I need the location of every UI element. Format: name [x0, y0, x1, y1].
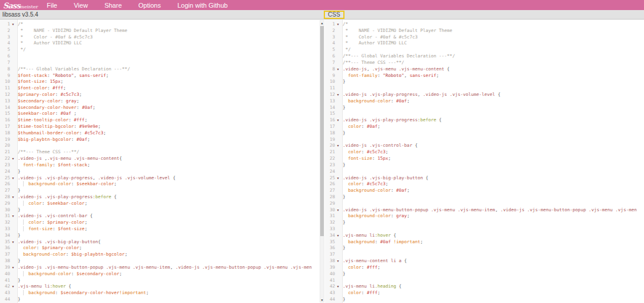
- code-line[interactable]: 26 background-color: $seekbar-color;: [0, 181, 318, 188]
- code-line[interactable]: 31 background-color: gray;: [325, 213, 644, 220]
- code-line[interactable]: 16$time-tooltip-color: #fff;: [0, 117, 318, 124]
- fold-arrow-icon[interactable]: ▾: [10, 265, 16, 271]
- css-code-area[interactable]: 1▾/*2 * NAME - VIDIZMO Default Player Th…: [325, 21, 644, 303]
- code-line[interactable]: 15: [325, 111, 644, 117]
- code-line[interactable]: 3 * Color - #0af & #c5c7c3: [325, 34, 644, 41]
- fold-arrow-icon[interactable]: ▾: [335, 92, 341, 98]
- code-line[interactable]: 33 font-size: $font-size;: [0, 226, 318, 233]
- fold-arrow-icon[interactable]: ▾: [10, 156, 16, 162]
- code-line[interactable]: 14$secondary-color-hover: #0af;: [0, 105, 318, 111]
- fold-arrow-icon[interactable]: ▾: [335, 258, 341, 265]
- code-line[interactable]: 21/**--- Theme CSS ---**/: [0, 149, 318, 156]
- code-line[interactable]: 35▾.video-js .vjs-big-play-button{: [0, 239, 318, 246]
- code-line[interactable]: 25▾.video-js .vjs-big-play-button {: [325, 175, 644, 182]
- code-line[interactable]: 4 * Author VIDIZMO LLC: [325, 40, 644, 47]
- compiler-version-label[interactable]: libsass v3.5.4: [2, 11, 38, 18]
- code-line[interactable]: 29: [325, 201, 644, 207]
- code-line[interactable]: 44}: [0, 296, 318, 303]
- code-line[interactable]: 11: [325, 85, 644, 92]
- code-line[interactable]: 32}: [325, 220, 644, 226]
- code-line[interactable]: 19$big-playbtn-bgcolor: #0af;: [0, 137, 318, 143]
- code-line[interactable]: 7: [0, 60, 318, 66]
- code-line[interactable]: 27 background-color: #0af;: [325, 188, 644, 194]
- code-line[interactable]: 12$primary-color: #c5c7c3;: [0, 92, 318, 98]
- fold-arrow-icon[interactable]: ▾: [10, 175, 16, 182]
- code-line[interactable]: 39 color: #fff;: [325, 265, 644, 271]
- code-line[interactable]: 33: [325, 226, 644, 233]
- scss-code-area[interactable]: 1▾/*2 * NAME - VIDIZMO Default Player Th…: [0, 21, 318, 303]
- code-line[interactable]: 3 * Color - #0af & #c5c7c3: [0, 34, 318, 41]
- code-line[interactable]: 36 color: $primary-color;: [0, 245, 318, 252]
- code-line[interactable]: 20: [0, 143, 318, 149]
- code-line[interactable]: 25▾.video-js .vjs-play-progress, .video-…: [0, 175, 318, 182]
- code-line[interactable]: 43 background: $secondary-color-hover!im…: [0, 290, 318, 296]
- scss-editor[interactable]: 1▾/*2 * NAME - VIDIZMO Default Player Th…: [0, 20, 325, 303]
- code-line[interactable]: 23}: [325, 162, 644, 169]
- code-line[interactable]: 17 color: #0af;: [325, 124, 644, 130]
- code-line[interactable]: 36}: [325, 245, 644, 252]
- code-line[interactable]: 2 * NAME - VIDIZMO Default Player Theme: [325, 28, 644, 34]
- menu-view[interactable]: View: [66, 2, 96, 9]
- code-line[interactable]: 44}: [325, 296, 644, 303]
- code-line[interactable]: 1▾/*: [0, 21, 318, 28]
- code-line[interactable]: 5 */: [0, 47, 318, 53]
- code-line[interactable]: 18$thumbnail-border-color: #c5c7c3;: [0, 130, 318, 137]
- code-line[interactable]: 31▾.video-js .vjs-control-bar {: [0, 213, 318, 220]
- fold-arrow-icon[interactable]: ▾: [10, 239, 16, 246]
- code-line[interactable]: 14}: [325, 105, 644, 111]
- code-line[interactable]: 30}: [0, 207, 318, 214]
- code-line[interactable]: 28}: [325, 194, 644, 201]
- code-line[interactable]: 38▾.vjs-menu-content li a {: [325, 258, 644, 265]
- code-line[interactable]: 40}: [325, 271, 644, 278]
- fold-arrow-icon[interactable]: ▾: [10, 213, 16, 220]
- code-line[interactable]: 10$font-size: 15px;: [0, 79, 318, 85]
- code-line[interactable]: 42▾.vjs-menu li.heading {: [325, 283, 644, 290]
- code-line[interactable]: 40 background-color: $secondary-color;: [0, 271, 318, 278]
- code-line[interactable]: 28▾.video-js .vjs-play-progress:before {: [0, 194, 318, 201]
- code-line[interactable]: 6/**--- Global Variables Declaration ---…: [325, 53, 644, 60]
- code-line[interactable]: 27}: [0, 188, 318, 194]
- code-line[interactable]: 30▾.video-js .vjs-menu-button-popup .vjs…: [325, 207, 644, 214]
- code-line[interactable]: 7/**--- Theme CSS ---**/: [325, 60, 644, 66]
- code-line[interactable]: 8/**--- Global Variables Declaration ---…: [0, 66, 318, 73]
- code-line[interactable]: 41}: [0, 278, 318, 284]
- fold-arrow-icon[interactable]: ▾: [335, 175, 341, 182]
- fold-arrow-icon[interactable]: ▾: [335, 143, 341, 149]
- code-line[interactable]: 38}: [0, 258, 318, 265]
- fold-arrow-icon[interactable]: ▾: [10, 21, 16, 28]
- code-line[interactable]: 24}: [0, 169, 318, 175]
- code-line[interactable]: 34▾.vjs-menu li:hover {: [325, 233, 644, 239]
- fold-arrow-icon[interactable]: ▾: [335, 21, 341, 28]
- scss-editor-scrollbar[interactable]: ▴ ▾: [320, 20, 324, 302]
- fold-arrow-icon[interactable]: ▾: [10, 194, 16, 201]
- code-line[interactable]: 37: [325, 252, 644, 258]
- scrollbar-thumb[interactable]: [320, 26, 324, 236]
- code-line[interactable]: 9 font-family: "Roboto", sans-serif;: [325, 73, 644, 79]
- scroll-down-icon[interactable]: ▾: [320, 298, 324, 302]
- fold-arrow-icon[interactable]: ▾: [10, 283, 16, 290]
- code-line[interactable]: 15$seekbar-color: #0af ;: [0, 111, 318, 117]
- code-line[interactable]: 2 * NAME - VIDIZMO Default Player Theme: [0, 28, 318, 34]
- code-line[interactable]: 13$secondary-color: gray;: [0, 98, 318, 105]
- code-line[interactable]: 43 color: #fff;: [325, 290, 644, 296]
- code-line[interactable]: 10}: [325, 79, 644, 85]
- fold-arrow-icon[interactable]: ▾: [335, 117, 341, 124]
- code-line[interactable]: 26 color: #c5c7c3;: [325, 181, 644, 188]
- menu-options[interactable]: Options: [130, 2, 169, 9]
- app-logo[interactable]: Sassmeister: [3, 0, 34, 11]
- fold-arrow-icon[interactable]: ▾: [335, 66, 341, 73]
- code-line[interactable]: 20▾.video-js .vjs-control-bar {: [325, 143, 644, 149]
- code-line[interactable]: 8▾.video-js, .vjs-menu .vjs-menu-content…: [325, 66, 644, 73]
- code-line[interactable]: 11$font-color: #fff;: [0, 85, 318, 92]
- fold-arrow-icon[interactable]: ▾: [335, 283, 341, 290]
- code-line[interactable]: 4 * Author VIDIZMO LLC: [0, 40, 318, 47]
- tab-css-output[interactable]: CSS: [324, 11, 344, 19]
- code-line[interactable]: 37 background-color: $big-playbtn-bgcolo…: [0, 252, 318, 258]
- menu-login-github[interactable]: Login with Github: [169, 2, 236, 9]
- code-line[interactable]: 5 */: [325, 47, 644, 53]
- code-line[interactable]: 41: [325, 278, 644, 284]
- menu-file[interactable]: File: [38, 2, 66, 9]
- code-line[interactable]: 12▾.video-js .vjs-play-progress, .video-…: [325, 92, 644, 98]
- code-line[interactable]: 39▾.video-js .vjs-menu-button-popup .vjs…: [0, 265, 318, 271]
- code-line[interactable]: 32 color: $primary-color;: [0, 220, 318, 226]
